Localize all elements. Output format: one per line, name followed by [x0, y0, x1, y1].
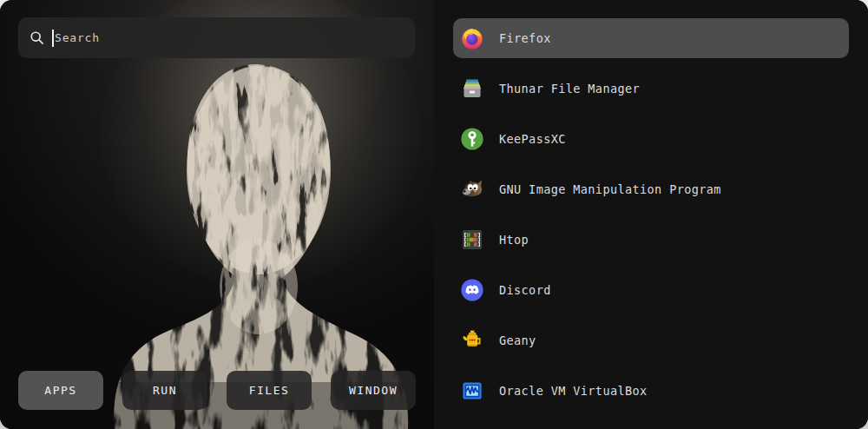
discord-icon	[460, 278, 484, 302]
tab-label: RUN	[153, 384, 177, 397]
tab-label: APPS	[44, 384, 76, 397]
tab-files[interactable]: FILES	[227, 371, 312, 410]
app-list: Firefox Thunar File Manager KeePassXC	[434, 0, 868, 429]
keepassxc-icon	[460, 127, 484, 151]
app-label: Firefox	[499, 31, 551, 45]
app-label: Thunar File Manager	[499, 82, 640, 96]
app-label: Htop	[499, 233, 529, 247]
app-row-geany[interactable]: Geany	[453, 320, 849, 360]
app-label: KeePassXC	[499, 132, 566, 146]
app-label: Oracle VM VirtualBox	[499, 384, 648, 398]
htop-icon	[460, 228, 484, 252]
tab-apps[interactable]: APPS	[18, 371, 103, 410]
mode-tabs: APPS RUN FILES WINDOW	[18, 371, 416, 410]
app-row-thunar-file-manager[interactable]: Thunar File Manager	[453, 69, 849, 109]
app-row-firefox[interactable]: Firefox	[453, 18, 849, 58]
left-panel: Search APPS RUN FILES WINDOW	[0, 0, 434, 429]
geany-icon	[460, 328, 484, 353]
tab-label: WINDOW	[349, 384, 398, 397]
thunar-icon	[460, 76, 484, 101]
tab-run[interactable]: RUN	[122, 371, 207, 410]
wallpaper-fiber-bust	[0, 0, 434, 429]
firefox-icon	[460, 26, 484, 50]
virtualbox-icon	[460, 379, 484, 403]
search-icon	[30, 30, 44, 45]
app-row-htop[interactable]: Htop	[453, 220, 849, 260]
app-row-keepassxc[interactable]: KeePassXC	[453, 119, 849, 159]
launcher-window: Search APPS RUN FILES WINDOW Firefox	[0, 0, 868, 429]
app-row-gnu-image-manipulation-program[interactable]: GNU Image Manipulation Program	[453, 169, 849, 209]
search-placeholder: Search	[55, 31, 100, 44]
search-input[interactable]: Search	[18, 17, 415, 58]
app-row-oracle-vm-virtualbox[interactable]: Oracle VM VirtualBox	[453, 371, 849, 411]
app-row-discord[interactable]: Discord	[453, 270, 849, 310]
tab-window[interactable]: WINDOW	[331, 371, 416, 410]
text-cursor	[52, 30, 54, 47]
app-label: Geany	[499, 333, 536, 347]
tab-label: FILES	[249, 384, 290, 397]
app-label: GNU Image Manipulation Program	[499, 182, 721, 196]
app-label: Discord	[499, 283, 551, 297]
gimp-icon	[460, 177, 484, 201]
